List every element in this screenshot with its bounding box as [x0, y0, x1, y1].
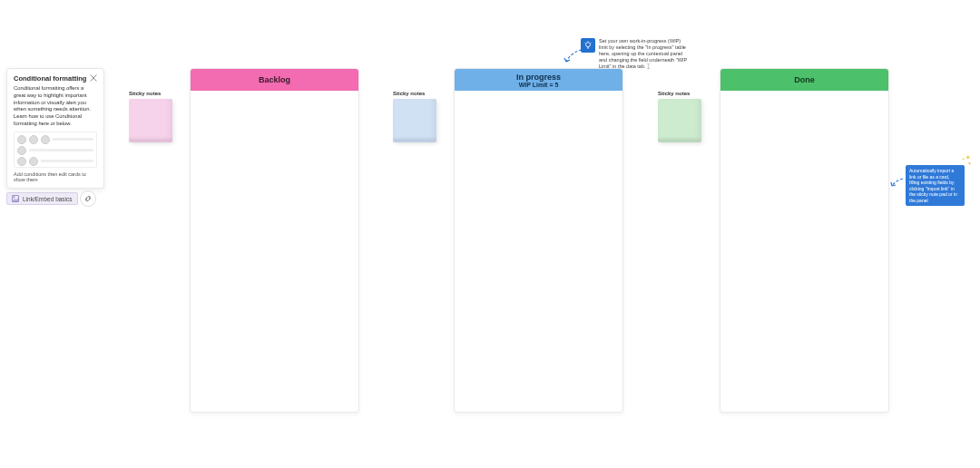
column-header-backlog[interactable]: Backlog	[191, 69, 358, 91]
sticky-pad-done: Sticky notes	[658, 91, 708, 142]
sticky-note-pink[interactable]	[129, 99, 172, 142]
column-backlog[interactable]: Backlog	[190, 68, 359, 413]
info-card-body: Conditional formatting offers a great wa…	[14, 85, 97, 128]
link-icon-button[interactable]	[80, 190, 96, 207]
column-title: In progress	[516, 73, 561, 82]
column-title: Backlog	[259, 75, 290, 84]
column-header-done[interactable]: Done	[720, 69, 888, 91]
column-in-progress[interactable]: In progress WIP Limit = 5	[454, 68, 623, 413]
column-subtitle: WIP Limit = 5	[519, 82, 559, 88]
svg-point-1	[14, 197, 15, 199]
column-title: Done	[794, 75, 815, 84]
whiteboard-canvas[interactable]: Conditional formatting Conditional forma…	[0, 0, 980, 468]
column-body[interactable]	[455, 91, 622, 412]
tip-text: Set your own work-in-progress (WIP) limi…	[599, 38, 690, 70]
sticky-pad-backlog: Sticky notes	[129, 91, 179, 142]
sticky-label: Sticky notes	[658, 91, 708, 96]
svg-point-2	[586, 43, 591, 47]
info-card-illustration	[14, 132, 97, 168]
link-pill-label: Link/Embed basics	[23, 196, 73, 202]
close-icon[interactable]	[90, 74, 97, 83]
sticky-note-blue[interactable]	[393, 99, 436, 142]
text-cursor-icon: ⌶	[647, 63, 651, 69]
picture-icon	[12, 195, 19, 202]
hint-card-import-link[interactable]: Automatically import a link or file as a…	[906, 165, 965, 206]
info-card-title: Conditional formatting	[14, 74, 86, 83]
info-card-footer: Add conditions then edit cards to show t…	[14, 171, 97, 182]
sticky-label: Sticky notes	[393, 91, 443, 96]
column-done[interactable]: Done	[720, 68, 889, 413]
hint-arrow-icon	[890, 175, 905, 186]
column-header-in-progress[interactable]: In progress WIP Limit = 5	[455, 69, 622, 91]
hint-text: Automatically import a link or file as a…	[909, 168, 957, 203]
sticky-note-green[interactable]	[658, 99, 701, 142]
sticky-label: Sticky notes	[129, 91, 179, 96]
tip-callout: Set your own work-in-progress (WIP) limi…	[581, 38, 690, 70]
link-embed-basics-button[interactable]: Link/Embed basics	[6, 192, 78, 205]
lightbulb-icon	[581, 38, 595, 53]
info-card-conditional-formatting[interactable]: Conditional formatting Conditional forma…	[6, 68, 104, 189]
sticky-pad-inprogress: Sticky notes	[393, 91, 443, 142]
column-body[interactable]	[720, 91, 888, 412]
column-body[interactable]	[191, 91, 358, 412]
